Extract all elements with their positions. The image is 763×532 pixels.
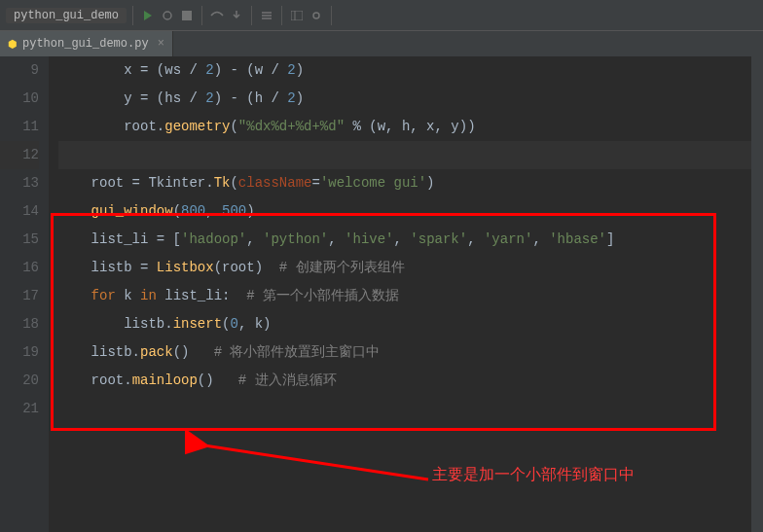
code-line: listb.insert(0, k) <box>58 310 763 338</box>
breadcrumb-file[interactable]: python_gui_demo <box>6 8 127 23</box>
code-editor[interactable]: x = (ws / 2) - (w / 2) y = (hs / 2) - (h… <box>49 56 763 532</box>
line-number: 17 <box>0 282 39 310</box>
line-number: 14 <box>0 197 39 226</box>
code-line: listb = Listbox(root) # 创建两个列表组件 <box>58 254 763 282</box>
close-icon[interactable]: × <box>158 37 164 51</box>
svg-rect-1 <box>182 11 192 20</box>
editor-area: 9 10 11 12 13 14 15 16 17 18 19 20 21 x … <box>0 56 763 532</box>
code-line: listb.pack() # 将小部件放置到主窗口中 <box>58 338 763 367</box>
line-number: 12 <box>0 141 39 169</box>
line-number: 9 <box>0 56 39 85</box>
line-number: 15 <box>0 226 39 254</box>
line-number: 11 <box>0 113 39 141</box>
code-line: list_li = ['hadoop', 'python', 'hive', '… <box>58 226 763 254</box>
code-line-current <box>58 141 763 169</box>
line-number-gutter: 9 10 11 12 13 14 15 16 17 18 19 20 21 <box>0 56 49 532</box>
main-toolbar: python_gui_demo <box>0 0 763 31</box>
code-line: root = Tkinter.Tk(className='welcome gui… <box>58 169 763 197</box>
line-number: 19 <box>0 338 39 367</box>
code-line: y = (hs / 2) - (h / 2) <box>58 85 763 113</box>
line-number: 18 <box>0 310 39 338</box>
line-number: 13 <box>0 169 39 197</box>
code-line: root.geometry("%dx%d+%d+%d" % (w, h, x, … <box>58 113 763 141</box>
step-into-icon[interactable] <box>228 7 245 24</box>
svg-point-4 <box>313 13 319 18</box>
line-number: 10 <box>0 85 39 113</box>
step-over-icon[interactable] <box>208 7 226 24</box>
code-line: x = (ws / 2) - (w / 2) <box>58 56 763 85</box>
line-number: 21 <box>0 395 39 423</box>
vertical-scrollbar[interactable] <box>751 56 763 532</box>
run-icon[interactable] <box>139 7 157 24</box>
tab-python-gui-demo[interactable]: ⬢ python_gui_demo.py × <box>0 31 173 56</box>
code-line: gui_window(800, 500) <box>58 197 763 226</box>
svg-rect-2 <box>291 11 303 20</box>
code-line <box>58 395 763 423</box>
svg-point-0 <box>164 12 171 19</box>
line-number: 20 <box>0 367 39 395</box>
python-file-icon: ⬢ <box>8 38 18 51</box>
annotation-text: 主要是加一个小部件到窗口中 <box>432 465 635 485</box>
layout-icon[interactable] <box>288 7 306 24</box>
config-icon[interactable] <box>258 7 275 24</box>
editor-tab-bar: ⬢ python_gui_demo.py × <box>0 31 763 56</box>
line-number: 16 <box>0 254 39 282</box>
stop-icon[interactable] <box>178 7 196 24</box>
settings-icon[interactable] <box>308 7 325 24</box>
debug-icon[interactable] <box>159 7 176 24</box>
tab-filename: python_gui_demo.py <box>22 37 149 51</box>
code-line: for k in list_li: # 第一个小部件插入数据 <box>58 282 763 310</box>
code-line: root.mainloop() # 进入消息循环 <box>58 367 763 395</box>
